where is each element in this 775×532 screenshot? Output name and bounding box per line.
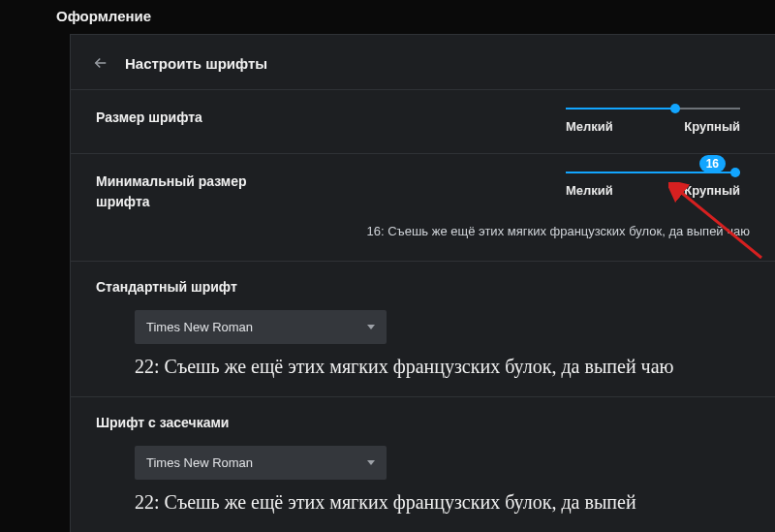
standard-font-section: Стандартный шрифт Times New Roman 22: Съ… xyxy=(71,262,775,397)
min-font-size-label: Минимальный размер шрифта xyxy=(96,172,290,212)
font-size-thumb[interactable] xyxy=(670,104,680,113)
chevron-down-icon xyxy=(367,460,375,465)
font-size-min-tick: Мелкий xyxy=(566,119,613,134)
page-title: Оформление xyxy=(0,0,775,34)
serif-font-select[interactable]: Times New Roman xyxy=(135,446,387,480)
serif-font-sample: 22: Съешь же ещё этих мягких французских… xyxy=(135,489,677,515)
standard-font-selected: Times New Roman xyxy=(146,320,253,334)
back-button[interactable] xyxy=(90,52,111,74)
standard-font-sample: 22: Съешь же ещё этих мягких французских… xyxy=(135,354,677,379)
font-size-label: Размер шрифта xyxy=(96,108,202,128)
standard-font-heading: Стандартный шрифт xyxy=(96,279,750,295)
font-size-slider[interactable]: Мелкий Крупный xyxy=(566,108,740,134)
min-font-size-thumb[interactable] xyxy=(730,168,740,177)
min-font-size-min-tick: Мелкий xyxy=(566,183,613,198)
chevron-down-icon xyxy=(367,325,375,329)
serif-font-heading: Шрифт с засечками xyxy=(96,415,750,430)
header-row: Настроить шрифты xyxy=(71,35,775,90)
serif-font-section: Шрифт с засечками Times New Roman 22: Съ… xyxy=(71,397,775,532)
min-font-size-section: Минимальный размер шрифта Мелкий Крупный… xyxy=(71,154,775,262)
min-font-size-max-tick: Крупный xyxy=(684,183,740,198)
min-font-size-badge: 16 xyxy=(699,155,726,172)
header-title: Настроить шрифты xyxy=(125,55,267,72)
arrow-left-icon xyxy=(92,54,109,72)
font-size-section: Размер шрифта Мелкий Крупный xyxy=(71,90,775,154)
standard-font-select[interactable]: Times New Roman xyxy=(135,310,387,344)
font-size-max-tick: Крупный xyxy=(684,119,740,134)
min-font-size-slider[interactable]: Мелкий Крупный xyxy=(566,172,740,198)
font-size-fill xyxy=(566,108,675,110)
serif-font-selected: Times New Roman xyxy=(146,455,253,470)
settings-panel: Настроить шрифты 16 Размер шрифта Мелкий… xyxy=(70,34,775,532)
min-font-size-sample: 16: Съешь же ещё этих мягких французских… xyxy=(96,222,750,241)
